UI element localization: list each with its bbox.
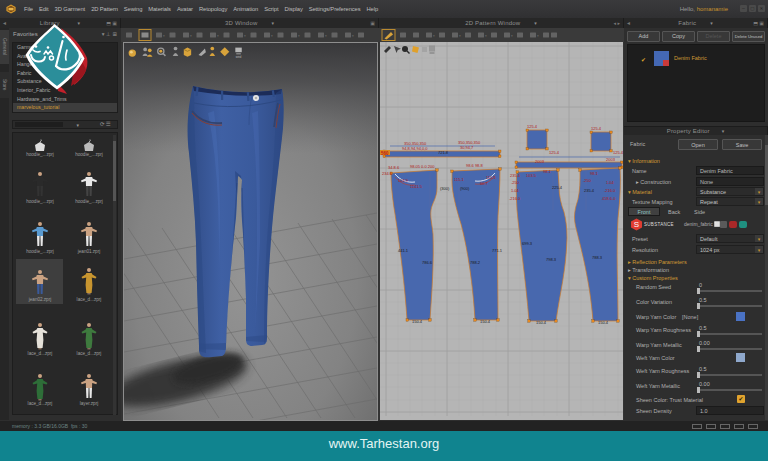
svg-text:lace_d...zprj: lace_d...zprj <box>77 297 102 302</box>
svg-text:lace_d...zprj: lace_d...zprj <box>28 401 53 406</box>
svg-text:98.1: 98.1 <box>543 169 552 174</box>
svg-text:788.3: 788.3 <box>592 255 603 260</box>
svg-text:125.4: 125.4 <box>527 124 538 129</box>
svg-text:150.4: 150.4 <box>536 320 547 325</box>
svg-text:▾: ▾ <box>433 34 435 38</box>
svg-text:235.4: 235.4 <box>584 188 595 193</box>
svg-text:1.04: 1.04 <box>606 180 615 185</box>
svg-text:98.1: 98.1 <box>590 171 599 176</box>
svg-text:103.9: 103.9 <box>398 178 409 183</box>
svg-text:98.05 0.0 200: 98.05 0.0 200 <box>410 164 435 169</box>
svg-text:hoodie_...zprj: hoodie_...zprj <box>26 152 54 157</box>
svg-text:234.6: 234.6 <box>382 171 393 176</box>
svg-text:▾: ▾ <box>190 34 192 38</box>
svg-text:115.1: 115.1 <box>454 177 464 182</box>
svg-text:30,94,7: 30,94,7 <box>460 145 474 150</box>
svg-text:441.1: 441.1 <box>398 248 409 253</box>
svg-text:150.4: 150.4 <box>412 319 423 324</box>
svg-text:hoodie_...zprj: hoodie_...zprj <box>26 199 54 204</box>
svg-text:125.4: 125.4 <box>613 150 623 155</box>
svg-text:(900): (900) <box>460 186 470 191</box>
svg-text:721.8: 721.8 <box>438 150 449 155</box>
svg-text:▾: ▾ <box>485 34 487 38</box>
svg-text:235.4: 235.4 <box>510 173 521 178</box>
svg-text:125.4: 125.4 <box>591 126 602 131</box>
svg-text:771.1: 771.1 <box>492 248 503 253</box>
svg-text:125.4: 125.4 <box>549 150 560 155</box>
svg-text:-250: -250 <box>511 180 520 185</box>
svg-text:▾: ▾ <box>537 34 539 38</box>
svg-text:798.3: 798.3 <box>546 257 557 262</box>
svg-text:418.6-0: 418.6-0 <box>602 196 616 201</box>
svg-text:hoodie_...zprj: hoodie_...zprj <box>75 199 103 204</box>
svg-text:lace_d...zprj: lace_d...zprj <box>28 351 53 356</box>
svg-text:(300): (300) <box>440 186 450 191</box>
svg-text:150.4: 150.4 <box>480 319 491 324</box>
svg-text:jean01.zprj: jean01.zprj <box>77 249 100 254</box>
svg-text:-250: -250 <box>583 178 592 183</box>
svg-text:94,8,94,94,0,0: 94,8,94,94,0,0 <box>402 146 428 151</box>
svg-text:▾: ▾ <box>298 34 300 38</box>
svg-text:▾: ▾ <box>217 34 219 38</box>
svg-text:-216.0: -216.0 <box>509 196 521 201</box>
svg-text:▾: ▾ <box>352 34 354 38</box>
svg-text:S: S <box>634 220 639 229</box>
svg-text:1141.5: 1141.5 <box>410 184 423 189</box>
svg-text:110.5: 110.5 <box>486 175 496 180</box>
svg-text:▾: ▾ <box>459 34 461 38</box>
svg-text:2003: 2003 <box>535 159 545 164</box>
svg-text:▾: ▾ <box>511 34 513 38</box>
svg-text:560: 560 <box>381 151 389 156</box>
svg-text:60.7: 60.7 <box>480 181 489 186</box>
svg-text:-216.0: -216.0 <box>604 188 616 193</box>
svg-text:103.5: 103.5 <box>526 173 537 178</box>
svg-text:▾: ▾ <box>325 34 327 38</box>
svg-text:▾: ▾ <box>163 34 165 38</box>
svg-text:lace_d...zprj: lace_d...zprj <box>77 351 102 356</box>
svg-text:▾: ▾ <box>271 34 273 38</box>
svg-text:98.6 98.8: 98.6 98.8 <box>466 163 483 168</box>
svg-text:150.4: 150.4 <box>598 320 609 325</box>
svg-text:699.3: 699.3 <box>522 241 533 246</box>
svg-text:hoodie_...zprj: hoodie_...zprj <box>75 152 103 157</box>
svg-text:wind: wind <box>236 55 242 59</box>
svg-text:jean02.zprj: jean02.zprj <box>28 297 51 302</box>
svg-text:▾: ▾ <box>244 34 246 38</box>
svg-text:788.2: 788.2 <box>470 260 481 265</box>
svg-text:34.8.6: 34.8.6 <box>388 165 400 170</box>
svg-text:1.04: 1.04 <box>511 188 520 193</box>
svg-text:786.6: 786.6 <box>422 260 433 265</box>
svg-text:2003: 2003 <box>606 157 616 162</box>
svg-text:layer.zprj: layer.zprj <box>80 401 98 406</box>
svg-text:225.4: 225.4 <box>552 185 563 190</box>
svg-text:hoodie_...zprj: hoodie_...zprj <box>26 249 54 254</box>
